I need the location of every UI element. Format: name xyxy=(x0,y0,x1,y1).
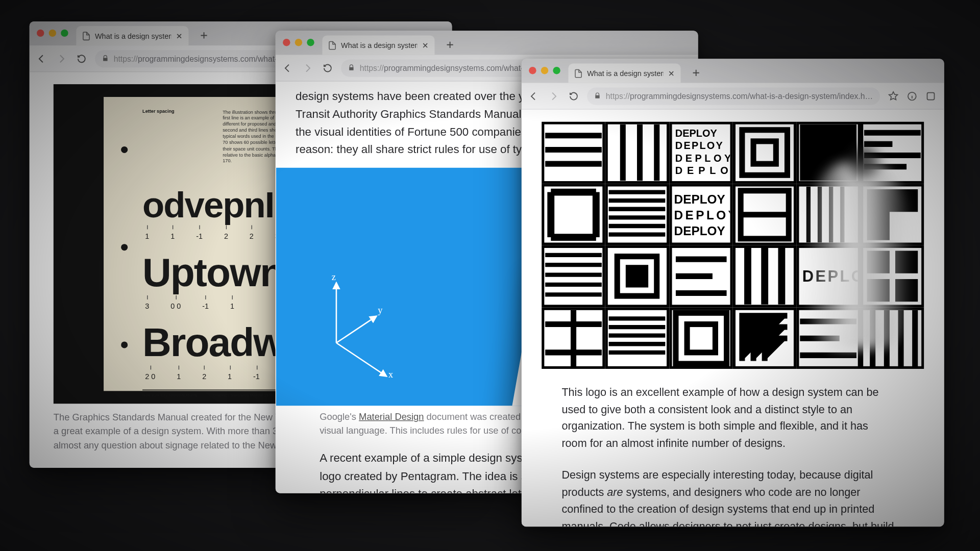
new-tab-button[interactable] xyxy=(442,36,459,54)
tab-strip: What is a design system? - Pro xyxy=(276,31,698,55)
minimize-window-button[interactable] xyxy=(541,67,548,74)
reload-icon[interactable] xyxy=(569,91,579,102)
link-material-design[interactable]: Material Design xyxy=(359,411,424,422)
axis-label-y: y xyxy=(378,306,382,316)
reload-icon[interactable] xyxy=(76,53,87,64)
maximize-window-button[interactable] xyxy=(553,67,560,74)
svg-rect-59 xyxy=(687,324,715,352)
forward-icon[interactable] xyxy=(56,53,67,64)
svg-text:DEPLOY: DEPLOY xyxy=(674,223,725,237)
svg-line-2 xyxy=(336,343,386,377)
url-text: https://programmingdesignsystems.com/wha… xyxy=(606,91,873,101)
xyz-axes-icon: z y x xyxy=(310,277,403,386)
window-controls xyxy=(529,67,560,74)
svg-text:DEPLOY: DEPLOY xyxy=(675,153,730,164)
svg-text:DEPLOY: DEPLOY xyxy=(674,192,725,206)
maximize-window-button[interactable] xyxy=(307,39,314,46)
close-tab-icon[interactable] xyxy=(421,41,429,49)
svg-line-1 xyxy=(336,316,377,343)
lock-icon xyxy=(348,64,355,71)
axis-label-x: x xyxy=(388,370,393,381)
window-controls xyxy=(283,39,314,46)
minimize-window-button[interactable] xyxy=(49,30,56,37)
figure-deploy-pattern: DEPLOYDEPLOYDEPLOYDEPLOY DEPLOYDEPLOYDEP… xyxy=(542,121,924,369)
browser-tab[interactable]: What is a design system? - Pro xyxy=(76,26,188,45)
svg-text:DEPLOY: DEPLOY xyxy=(675,165,730,176)
new-tab-button[interactable] xyxy=(195,27,213,44)
page-viewport[interactable]: DEPLOYDEPLOYDEPLOYDEPLOY DEPLOYDEPLOYDEP… xyxy=(522,110,944,527)
page-icon xyxy=(328,40,337,49)
axis-label-z: z xyxy=(332,272,336,283)
svg-text:DEPLOY: DEPLOY xyxy=(675,140,723,151)
new-tab-button[interactable] xyxy=(688,64,705,82)
profile-avatar[interactable]: R xyxy=(944,89,944,104)
lock-icon xyxy=(102,55,109,62)
minimize-window-button[interactable] xyxy=(295,39,302,46)
svg-rect-19 xyxy=(753,141,776,164)
back-icon[interactable] xyxy=(36,53,47,64)
info-icon[interactable] xyxy=(906,91,917,102)
svg-text:DEPLOY: DEPLOY xyxy=(675,128,717,139)
reload-icon[interactable] xyxy=(322,62,333,73)
url-text: https://programmingdesignsystems.com/wha… xyxy=(360,63,544,72)
maximize-window-button[interactable] xyxy=(61,30,68,37)
browser-tab[interactable]: What is a design system? - Pro xyxy=(569,63,681,83)
page-icon xyxy=(574,68,583,78)
browser-toolbar: https://programmingdesignsystems.com/wha… xyxy=(522,83,944,109)
close-window-button[interactable] xyxy=(529,67,536,74)
page-icon xyxy=(82,31,91,40)
forward-icon[interactable] xyxy=(548,91,559,102)
address-bar[interactable]: https://programmingdesignsystems.com/wha… xyxy=(587,87,879,105)
manual-foot-mid: Graphics Standards Manual 1970 xyxy=(213,393,273,397)
tab-title: What is a design system? - Pro xyxy=(587,69,663,78)
svg-rect-45 xyxy=(629,268,646,285)
close-tab-icon[interactable] xyxy=(667,69,675,78)
url-text: https://programmingdesignsystems.com/wha… xyxy=(114,54,298,63)
back-icon[interactable] xyxy=(528,91,539,102)
forward-icon[interactable] xyxy=(302,62,313,73)
star-icon[interactable] xyxy=(888,91,898,102)
tab-title: What is a design system? - Pro xyxy=(95,32,171,40)
close-window-button[interactable] xyxy=(283,39,290,46)
svg-rect-18 xyxy=(742,130,788,176)
tab-title: What is a design system? - Pro xyxy=(341,41,417,49)
close-tab-icon[interactable] xyxy=(175,32,183,40)
window-controls xyxy=(37,30,68,37)
svg-rect-4 xyxy=(927,92,934,99)
close-window-button[interactable] xyxy=(37,30,44,37)
body-paragraph-2: Design systems are especially interestin… xyxy=(561,467,894,527)
extension-icon[interactable] xyxy=(925,91,936,102)
body-paragraph-1: This logo is an excellent example of how… xyxy=(561,384,894,452)
manual-header-title: Letter spacing xyxy=(142,109,203,164)
blurred-person xyxy=(805,162,912,349)
lock-icon xyxy=(594,92,601,99)
browser-tab[interactable]: What is a design system? - Pro xyxy=(322,35,434,55)
manual-foot-left: New York City Transit Authority xyxy=(142,393,197,397)
svg-text:DEPLOY: DEPLOY xyxy=(674,208,730,221)
back-icon[interactable] xyxy=(282,62,293,73)
tab-strip: What is a design system? - Pro xyxy=(522,59,944,83)
svg-rect-58 xyxy=(675,313,726,364)
browser-window-3: What is a design system? - Pro https://p… xyxy=(522,59,944,527)
